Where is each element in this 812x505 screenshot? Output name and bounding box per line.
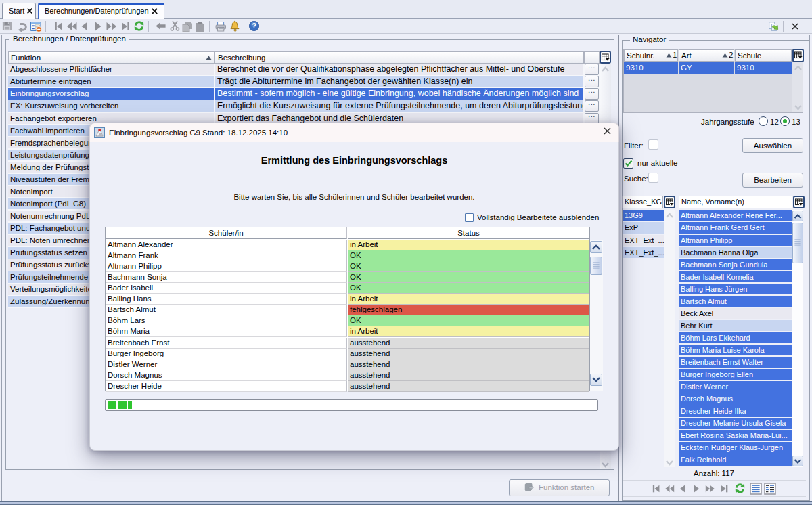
svg-text:?: ? [252, 22, 256, 30]
